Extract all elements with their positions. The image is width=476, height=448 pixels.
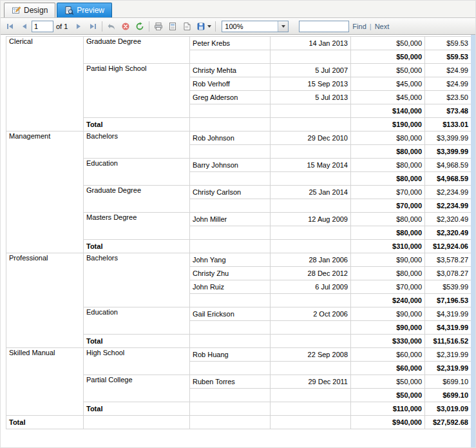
hire-date-cell: 22 Sep 2008 xyxy=(271,348,351,362)
hire-date-cell: 28 Jan 2006 xyxy=(271,253,351,267)
employee-name-cell: Christy Mehta xyxy=(190,64,271,77)
education-cell: Masters Degree xyxy=(84,213,190,240)
tab-design-label: Design xyxy=(24,6,48,15)
tab-design[interactable]: Design xyxy=(4,3,55,17)
report-table-body: ClericalGraduate DegreePeter Krebs14 Jan… xyxy=(6,37,471,429)
subtotal-spacer-cell xyxy=(271,172,351,186)
occupation-cell: Skilled Manual xyxy=(6,348,84,416)
previous-page-button[interactable] xyxy=(17,19,32,34)
subtotal-salary-cell: $50,000 xyxy=(351,389,425,402)
grand-total-label-cell: Total xyxy=(6,416,84,429)
subtotal-spacer-cell xyxy=(271,226,351,240)
sales-cell: $3,578.27 xyxy=(425,253,471,267)
subtotal-sales-cell: $2,319.99 xyxy=(425,362,471,375)
subtotal-spacer-cell xyxy=(271,104,351,118)
subtotal-sales-cell: $59.53 xyxy=(425,50,471,64)
sales-cell: $539.99 xyxy=(425,280,471,294)
salary-cell: $70,000 xyxy=(351,186,425,199)
page-setup-icon xyxy=(182,22,191,31)
hire-date-cell: 28 Dec 2012 xyxy=(271,267,351,280)
employee-name-cell: Rob Huang xyxy=(190,348,271,362)
total-spacer-cell xyxy=(271,240,351,253)
stop-icon xyxy=(121,22,130,31)
total-label-cell: Total xyxy=(84,335,190,348)
tab-preview[interactable]: Preview xyxy=(57,3,112,17)
find-text-input[interactable] xyxy=(299,21,349,32)
total-spacer-cell xyxy=(190,402,271,416)
subtotal-sales-cell: $73.48 xyxy=(425,104,471,118)
print-button[interactable] xyxy=(151,19,166,34)
zoom-select[interactable]: 100% xyxy=(222,21,289,32)
print-layout-icon xyxy=(168,22,177,31)
education-cell: Bachelors xyxy=(84,131,190,159)
subtotal-sales-cell: $7,196.53 xyxy=(425,294,471,307)
previous-page-icon xyxy=(20,22,29,31)
export-icon xyxy=(196,22,205,31)
hire-date-cell: 2 Oct 2006 xyxy=(271,307,351,321)
subtotal-spacer-cell xyxy=(190,362,271,375)
education-cell: Bachelors xyxy=(84,253,190,307)
back-to-parent-button[interactable] xyxy=(104,19,119,34)
hire-date-cell: 29 Dec 2010 xyxy=(271,131,351,145)
subtotal-salary-cell: $70,000 xyxy=(351,199,425,213)
find-next-button[interactable]: Next xyxy=(375,23,390,30)
first-page-button[interactable] xyxy=(3,19,17,34)
total-salary-cell: $310,000 xyxy=(351,240,425,253)
print-layout-button[interactable] xyxy=(166,19,180,34)
total-salary-cell: $190,000 xyxy=(351,118,425,131)
employee-name-cell: Christy Zhu xyxy=(190,267,271,280)
subtotal-sales-cell: $2,320.49 xyxy=(425,226,471,240)
subtotal-spacer-cell xyxy=(190,226,271,240)
subtotal-spacer-cell xyxy=(271,145,351,159)
sales-cell: $2,320.49 xyxy=(425,213,471,226)
education-cell: Graduate Degree xyxy=(84,186,190,213)
subtotal-spacer-cell xyxy=(190,50,271,64)
next-page-icon xyxy=(74,22,83,31)
print-icon xyxy=(154,22,163,31)
sales-cell: $4,319.99 xyxy=(425,307,471,321)
subtotal-spacer-cell xyxy=(271,321,351,335)
salary-cell: $50,000 xyxy=(351,64,425,77)
education-cell: Education xyxy=(84,307,190,335)
page-number-input[interactable] xyxy=(32,21,53,32)
sales-cell: $4,968.59 xyxy=(425,159,471,172)
hire-date-cell: 14 Jan 2013 xyxy=(271,37,351,50)
hire-date-cell: 25 Jan 2014 xyxy=(271,186,351,199)
total-sales-cell: $3,019.09 xyxy=(425,402,471,416)
salary-cell: $90,000 xyxy=(351,253,425,267)
page-setup-button[interactable] xyxy=(180,19,194,34)
employee-name-cell: Rob Johnson xyxy=(190,131,271,145)
subtotal-spacer-cell xyxy=(190,145,271,159)
sales-cell: $59.53 xyxy=(425,37,471,50)
stop-rendering-button[interactable] xyxy=(119,19,133,34)
subtotal-sales-cell: $4,319.99 xyxy=(425,321,471,335)
last-page-button[interactable] xyxy=(86,19,100,34)
next-page-button[interactable] xyxy=(71,19,86,34)
total-spacer-cell xyxy=(271,402,351,416)
total-spacer-cell xyxy=(271,335,351,348)
employee-name-cell: Peter Krebs xyxy=(190,37,271,50)
hire-date-cell: 6 Jul 2009 xyxy=(271,280,351,294)
report-viewer-toolbar: of 1 xyxy=(1,18,475,35)
occupation-cell: Professional xyxy=(6,253,84,348)
subtotal-sales-cell: $699.10 xyxy=(425,389,471,402)
grand-total-spacer-cell xyxy=(271,416,351,429)
zoom-dropdown-button[interactable] xyxy=(278,21,288,32)
subtotal-spacer-cell xyxy=(190,321,271,335)
hire-date-cell: 5 Jul 2013 xyxy=(271,91,351,104)
export-button[interactable] xyxy=(194,19,213,34)
preview-icon xyxy=(64,6,73,15)
education-cell: Partial College xyxy=(84,375,190,402)
sales-cell: $2,234.99 xyxy=(425,186,471,199)
find-button[interactable]: Find xyxy=(352,23,366,30)
education-cell: Graduate Degree xyxy=(84,37,190,64)
subtotal-spacer-cell xyxy=(190,294,271,307)
employee-name-cell: Christy Carlson xyxy=(190,186,271,199)
employee-name-cell: Barry Johnson xyxy=(190,159,271,172)
hire-date-cell: 15 May 2014 xyxy=(271,159,351,172)
sales-cell: $23.50 xyxy=(425,91,471,104)
sales-cell: $3,399.99 xyxy=(425,131,471,145)
refresh-button[interactable] xyxy=(133,19,147,34)
salary-cell: $90,000 xyxy=(351,307,425,321)
grand-total-row: Total$940,000$27,592.68 xyxy=(6,416,471,429)
